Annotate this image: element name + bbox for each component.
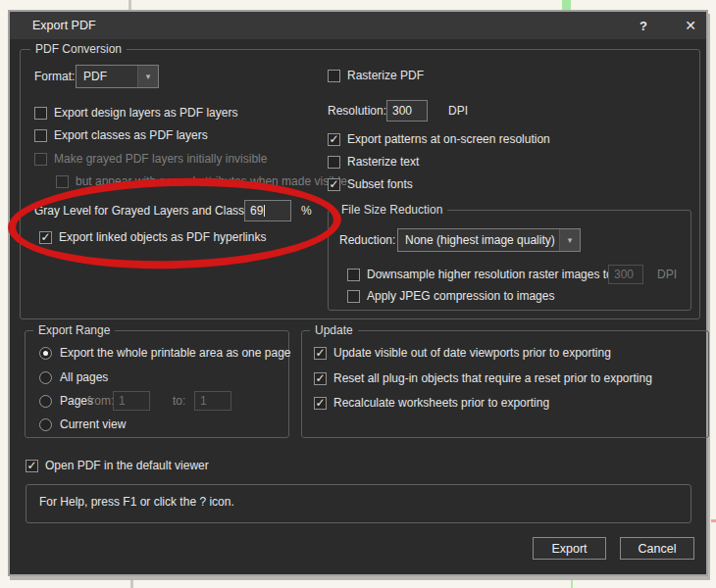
format-row: Format:: [34, 65, 75, 88]
screen: { "titlebar": { "title": "Export PDF", "…: [0, 0, 716, 588]
radio-pages[interactable]: Pages: [39, 392, 93, 410]
help-icon[interactable]: ?: [632, 12, 655, 39]
gray-level-input[interactable]: 69: [244, 200, 291, 221]
pages-to-label: to:: [173, 394, 185, 408]
checkbox-appear-normal: but appear with normal attributes when m…: [56, 172, 347, 190]
checkbox-label: Export classes as PDF layers: [54, 128, 208, 142]
reduction-dropdown-value: None (highest image quality): [398, 229, 559, 251]
checkbox-label: Make grayed PDF layers initially invisib…: [54, 152, 267, 166]
export-button[interactable]: Export: [533, 537, 606, 560]
checkbox-update-viewports[interactable]: ✓ Update visible out of date viewports p…: [314, 344, 611, 362]
checkbox-label: Update visible out of date viewports pri…: [333, 346, 611, 360]
radio-icon: [39, 371, 52, 384]
checkbox-export-classes[interactable]: Export classes as PDF layers: [34, 126, 208, 144]
help-message-box: For Help, press F1 or click the ? icon.: [26, 484, 691, 523]
checkbox-label: Export patterns at on-screen resolution: [347, 132, 550, 146]
close-icon[interactable]: ✕: [677, 12, 704, 39]
radio-label: Export the whole printable area as one p…: [60, 346, 291, 360]
downsample-dpi-value: 300: [614, 268, 634, 281]
dialog-title: Export PDF: [32, 19, 96, 32]
checkbox-icon: ✓: [328, 178, 340, 191]
checkbox-icon: ✓: [314, 372, 327, 385]
checkbox-reset-plugins[interactable]: ✓ Reset all plug-in objects that require…: [314, 369, 652, 387]
resolution-row: Resolution:: [328, 102, 386, 120]
cancel-button[interactable]: Cancel: [620, 537, 694, 560]
checkbox-label: Rasterize PDF: [347, 69, 424, 82]
background-pink-tick: [711, 519, 716, 522]
pages-from-row: from:: [87, 392, 114, 410]
format-dropdown[interactable]: PDF ▾: [76, 65, 159, 88]
gray-level-label: Gray Level for Grayed Layers and Classes…: [34, 204, 260, 218]
reduction-dropdown[interactable]: None (highest image quality) ▾: [397, 228, 581, 252]
text-caret: [264, 205, 265, 217]
chevron-down-icon: ▾: [146, 73, 151, 81]
pages-to-input: 1: [194, 391, 231, 411]
checkbox-icon: [34, 153, 47, 166]
radio-label: All pages: [60, 370, 108, 384]
radio-icon: [39, 347, 52, 360]
checkbox-icon: [347, 290, 360, 303]
check-icon: ✓: [315, 398, 325, 408]
checkbox-pdf-hyperlinks[interactable]: ✓ Export linked objects as PDF hyperlink…: [39, 228, 266, 246]
resolution-input[interactable]: 300: [386, 100, 428, 122]
dropdown-arrow-button[interactable]: ▾: [137, 66, 158, 87]
radio-icon: [39, 418, 52, 431]
gray-level-value: 69: [250, 204, 263, 218]
background-green-guide: [562, 0, 571, 10]
radio-current-view[interactable]: Current view: [39, 416, 126, 433]
checkbox-label: Export linked objects as PDF hyperlinks: [59, 230, 266, 244]
checkbox-grayed-invisible: Make grayed PDF layers initially invisib…: [34, 150, 267, 168]
radio-label: Current view: [60, 417, 126, 431]
resolution-label: Resolution:: [328, 104, 386, 118]
checkbox-icon: ✓: [328, 133, 340, 146]
file-size-reduction-group-label: File Size Reduction: [336, 203, 447, 217]
check-icon: ✓: [315, 373, 325, 383]
background-grid-line: [128, 0, 131, 10]
checkbox-label: Recalculate worksheets prior to exportin…: [333, 396, 549, 410]
resolution-value: 300: [392, 104, 412, 118]
resolution-unit: DPI: [448, 104, 468, 118]
checkbox-icon: ✓: [39, 231, 52, 244]
checkbox-label: Downsample higher resolution raster imag…: [367, 268, 616, 281]
check-icon: ✓: [26, 461, 36, 470]
checkbox-recalculate-worksheets[interactable]: ✓ Recalculate worksheets prior to export…: [314, 394, 549, 412]
checkbox-rasterize-pdf[interactable]: Rasterize PDF: [328, 67, 424, 84]
reduction-row: Reduction:: [339, 231, 395, 249]
checkbox-subset-fonts[interactable]: ✓ Subset fonts: [328, 175, 413, 193]
checkbox-label: Open PDF in the default viewer: [45, 459, 209, 472]
checkbox-icon: [34, 129, 47, 142]
downsample-unit-row: DPI: [657, 266, 677, 283]
checkbox-icon: ✓: [314, 347, 327, 360]
checkbox-export-patterns[interactable]: ✓ Export patterns at on-screen resolutio…: [328, 130, 550, 148]
chevron-down-icon: ▾: [568, 236, 573, 245]
dialog-titlebar[interactable]: Export PDF ? ✕: [10, 12, 706, 39]
gray-level-unit-row: %: [301, 202, 312, 220]
pages-to-row: to:: [173, 392, 185, 410]
export-range-group-label: Export Range: [33, 323, 115, 337]
checkbox-downsample[interactable]: Downsample higher resolution raster imag…: [347, 266, 616, 283]
checkbox-export-design-layers[interactable]: Export design layers as PDF layers: [34, 104, 237, 122]
check-icon: ✓: [315, 348, 325, 358]
downsample-unit: DPI: [657, 268, 677, 281]
background-green-guide: [571, 580, 573, 588]
check-icon: ✓: [329, 179, 338, 189]
dropdown-arrow-button[interactable]: ▾: [559, 229, 580, 251]
radio-whole-printable-area[interactable]: Export the whole printable area as one p…: [39, 344, 291, 362]
gray-level-row: Gray Level for Grayed Layers and Classes…: [34, 202, 260, 220]
checkbox-icon: [56, 175, 69, 188]
gray-level-unit: %: [301, 204, 312, 218]
checkbox-jpeg-compression[interactable]: Apply JPEG compression to images: [347, 287, 554, 305]
checkbox-icon: [328, 156, 340, 169]
radio-dot-icon: [43, 351, 48, 356]
checkbox-label: but appear with normal attributes when m…: [76, 174, 347, 188]
radio-icon: [39, 395, 52, 408]
format-label: Format:: [34, 70, 75, 83]
update-group-label: Update: [310, 323, 358, 337]
checkbox-rasterize-text[interactable]: Rasterize text: [328, 153, 419, 171]
checkbox-icon: [328, 70, 340, 82]
radio-all-pages[interactable]: All pages: [39, 368, 108, 386]
checkbox-open-pdf-viewer[interactable]: ✓ Open PDF in the default viewer: [26, 457, 209, 474]
export-pdf-dialog: Export PDF ? ✕ PDF Conversion Format: PD…: [8, 10, 708, 576]
checkbox-label: Reset all plug-in objects that require a…: [333, 371, 652, 385]
checkbox-label: Rasterize text: [347, 155, 419, 169]
